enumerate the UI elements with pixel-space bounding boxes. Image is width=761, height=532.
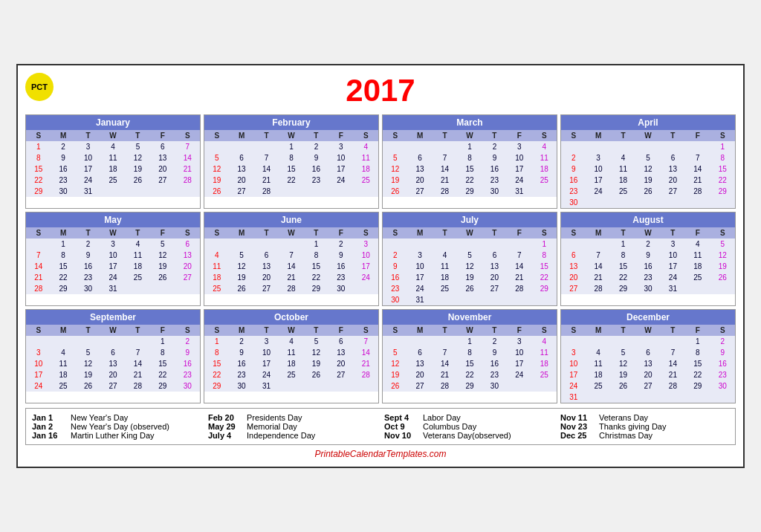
day-cell: 10 <box>328 152 353 163</box>
day-cell <box>204 239 229 250</box>
day-cell: 14 <box>126 358 150 369</box>
holiday-date: Jan 1 <box>32 413 68 422</box>
day-cell: 19 <box>635 175 660 186</box>
day-label-1: M <box>586 227 610 239</box>
day-cell <box>204 141 229 152</box>
day-cell: 26 <box>126 175 150 186</box>
day-cell: 8 <box>685 347 710 358</box>
day-cell: 21 <box>661 369 685 380</box>
day-cell <box>407 141 432 152</box>
day-label-0: S <box>204 227 229 239</box>
day-cell: 15 <box>150 358 175 369</box>
day-cell <box>433 294 457 305</box>
day-label-5: F <box>507 227 531 239</box>
day-cell: 30 <box>482 186 507 197</box>
day-cell: 31 <box>561 392 586 403</box>
day-cell: 6 <box>100 347 125 358</box>
day-cell: 11 <box>126 250 150 261</box>
day-label-1: M <box>51 130 75 141</box>
holiday-date: Nov 23 <box>560 422 596 431</box>
day-cell: 19 <box>204 175 229 186</box>
day-cell <box>279 186 303 197</box>
day-cell: 4 <box>126 239 150 250</box>
day-cell: 6 <box>407 152 432 163</box>
day-cell: 1 <box>279 141 303 152</box>
day-cell: 14 <box>433 163 457 175</box>
day-cell: 20 <box>407 175 432 186</box>
day-cell: 24 <box>561 380 586 392</box>
day-cell: 20 <box>328 358 353 369</box>
day-label-3: W <box>457 325 482 336</box>
day-cell: 21 <box>175 163 200 175</box>
day-cell: 5 <box>635 152 660 163</box>
day-cell: 1 <box>150 336 175 347</box>
day-cell: 14 <box>586 261 610 272</box>
day-cell: 3 <box>507 336 531 347</box>
day-cell: 15 <box>204 358 229 369</box>
month-header-december: December <box>561 310 735 325</box>
month-header-october: October <box>204 310 378 325</box>
day-cell: 30 <box>482 380 507 392</box>
day-cell: 22 <box>457 175 482 186</box>
day-label-6: S <box>354 227 378 239</box>
holiday-date: Dec 25 <box>560 431 596 440</box>
month-december: DecemberSMTWTFS1234567891011121314151617… <box>560 309 736 403</box>
day-label-1: M <box>51 227 75 239</box>
day-cell: 11 <box>586 358 610 369</box>
day-cell: 2 <box>175 336 200 347</box>
day-cell: 25 <box>279 369 303 380</box>
day-cell: 22 <box>51 272 75 283</box>
holiday-date: Feb 20 <box>208 413 244 422</box>
day-cell <box>354 283 378 294</box>
day-cell: 28 <box>507 283 531 294</box>
day-label-3: W <box>279 227 303 239</box>
day-cell: 25 <box>51 380 75 392</box>
day-cell <box>328 186 353 197</box>
day-cell: 15 <box>611 261 635 272</box>
day-cell: 20 <box>100 369 125 380</box>
day-cell: 16 <box>229 358 253 369</box>
day-cell <box>383 336 407 347</box>
day-cell <box>611 141 635 152</box>
day-cell: 23 <box>229 369 253 380</box>
day-label-6: S <box>175 325 200 336</box>
day-cell: 4 <box>279 336 303 347</box>
day-cell: 10 <box>26 358 51 369</box>
day-cell <box>507 239 531 250</box>
day-cell: 10 <box>354 250 378 261</box>
holiday-entry: Sept 4Labor Day <box>384 413 553 422</box>
day-cell: 10 <box>254 347 279 358</box>
day-cell: 22 <box>710 175 735 186</box>
day-cell: 24 <box>100 272 125 283</box>
day-cell: 12 <box>150 250 175 261</box>
day-label-4: T <box>482 227 507 239</box>
day-label-3: W <box>100 325 125 336</box>
month-july: JulySMTWTFS12345678910111213141516171819… <box>382 212 557 306</box>
day-cell: 8 <box>457 152 482 163</box>
day-cell: 12 <box>76 358 100 369</box>
day-cell: 19 <box>126 163 150 175</box>
day-cell: 30 <box>635 283 660 294</box>
holiday-name: Columbus Day <box>423 422 476 431</box>
day-cell: 26 <box>76 380 100 392</box>
day-cell: 5 <box>229 250 253 261</box>
day-label-5: F <box>507 325 531 336</box>
day-cell <box>710 392 735 403</box>
day-cell: 31 <box>100 283 125 294</box>
day-cell <box>383 239 407 250</box>
day-cell: 17 <box>354 261 378 272</box>
day-cell: 10 <box>507 152 531 163</box>
holiday-col-0: Jan 1New Year's DayJan 2New Year's Day (… <box>32 413 201 440</box>
calendars-grid: JanuarySMTWTFS12345678910111213141516171… <box>25 114 736 403</box>
day-cell: 18 <box>611 175 635 186</box>
holiday-entry: Nov 23Thanks giving Day <box>560 422 729 431</box>
day-cell: 22 <box>611 272 635 283</box>
day-cell: 2 <box>328 239 353 250</box>
day-cell: 21 <box>279 272 303 283</box>
day-cell <box>685 283 710 294</box>
day-cell: 7 <box>126 347 150 358</box>
day-label-1: M <box>407 130 432 141</box>
day-cell: 7 <box>433 347 457 358</box>
day-cell <box>482 294 507 305</box>
day-cell: 21 <box>254 175 279 186</box>
